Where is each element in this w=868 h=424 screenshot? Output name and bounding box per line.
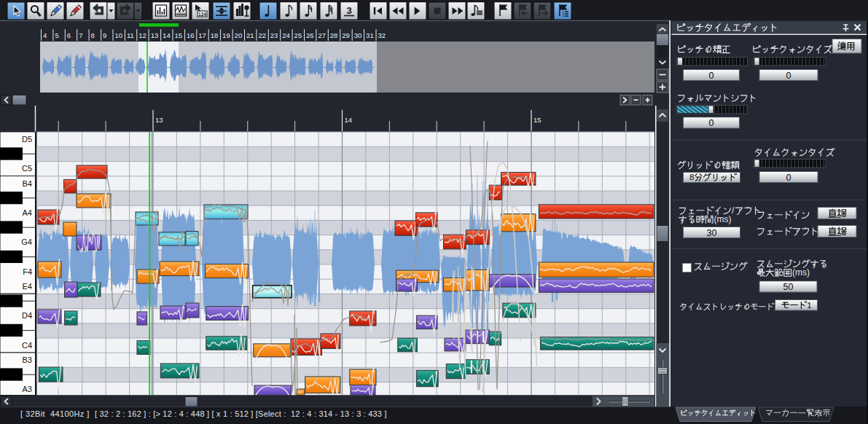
svg-text:4: 4	[43, 31, 47, 39]
svg-text:B4: B4	[23, 179, 32, 188]
svg-text:0: 0	[786, 71, 791, 81]
svg-text:18: 18	[211, 31, 219, 39]
svg-text:11: 11	[127, 31, 134, 39]
svg-text:(ms): (ms)	[714, 214, 732, 224]
svg-text:15: 15	[175, 31, 183, 39]
svg-text:23: 23	[270, 31, 278, 39]
svg-text:30: 30	[354, 31, 362, 39]
svg-text:E4: E4	[23, 282, 32, 291]
svg-text:32: 32	[378, 31, 386, 39]
svg-text:10: 10	[115, 31, 123, 39]
svg-text:7: 7	[79, 31, 82, 39]
svg-text:F4: F4	[23, 267, 32, 276]
svg-text:13: 13	[155, 116, 163, 124]
svg-text:28: 28	[330, 31, 338, 39]
svg-text:1: 1	[807, 301, 811, 310]
svg-text:21: 21	[246, 31, 254, 39]
svg-text:29: 29	[342, 31, 350, 39]
svg-text:17: 17	[198, 31, 206, 39]
svg-text:124: 124	[198, 12, 206, 17]
svg-text:22: 22	[258, 31, 266, 39]
svg-text:6: 6	[67, 31, 71, 39]
svg-text:[ 32Bit 44100Hz ]: [ 32Bit 44100Hz ]	[20, 409, 90, 418]
svg-text:A4: A4	[23, 208, 32, 217]
svg-text:9: 9	[103, 31, 106, 39]
svg-text:31: 31	[366, 31, 374, 39]
svg-text:15: 15	[533, 116, 541, 124]
svg-text:D5: D5	[22, 135, 32, 144]
svg-text:3: 3	[346, 5, 351, 16]
svg-text:[ 32 : 2 : 162 ] : [> 12 : 4 :: [ 32 : 2 : 162 ] : [> 12 : 4 : 448 ] [ x…	[95, 409, 387, 418]
svg-text:8: 8	[689, 173, 694, 181]
svg-text:27: 27	[318, 31, 326, 39]
svg-text:8: 8	[91, 31, 95, 39]
svg-text:B3: B3	[23, 356, 32, 364]
svg-text:12: 12	[138, 31, 146, 39]
svg-text:G4: G4	[21, 237, 32, 246]
svg-text:24: 24	[282, 31, 290, 39]
svg-text:25: 25	[294, 31, 302, 39]
svg-text:A3: A3	[23, 385, 32, 393]
svg-text:0: 0	[786, 173, 791, 183]
svg-text:C5: C5	[22, 164, 32, 173]
svg-text:0: 0	[709, 118, 714, 128]
svg-text:26: 26	[306, 31, 314, 39]
svg-text:5: 5	[55, 31, 58, 39]
svg-text:30: 30	[707, 228, 717, 238]
svg-text:19: 19	[222, 31, 230, 39]
svg-text:50: 50	[783, 282, 794, 292]
svg-text:0: 0	[709, 71, 714, 81]
svg-text:(ms): (ms)	[792, 267, 810, 278]
svg-text:16: 16	[187, 31, 195, 39]
svg-text:D4: D4	[22, 311, 32, 320]
svg-text:13: 13	[151, 31, 159, 39]
svg-text:14: 14	[345, 116, 353, 124]
svg-text:20: 20	[235, 31, 243, 39]
svg-text:14: 14	[163, 31, 171, 39]
svg-text:C4: C4	[22, 341, 32, 350]
